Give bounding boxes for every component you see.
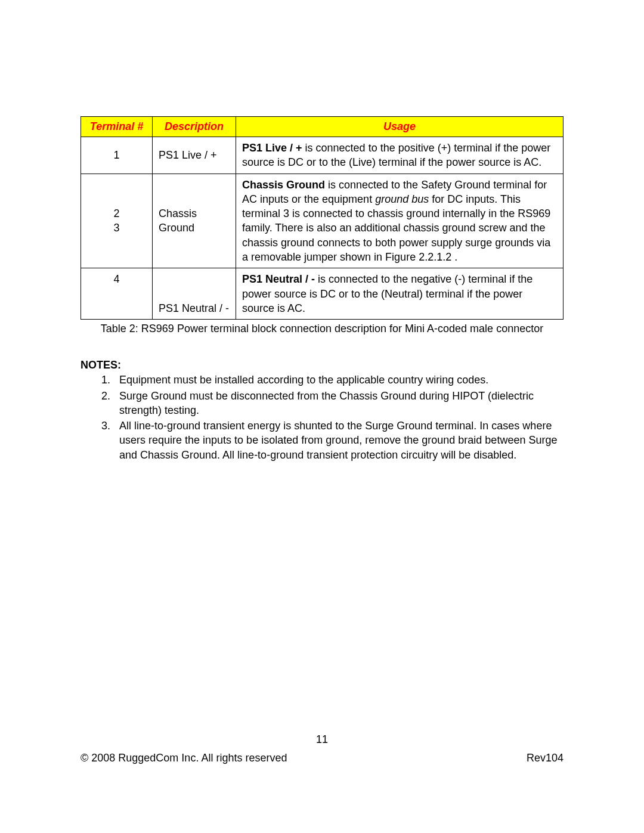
notes-heading: NOTES: [80,359,564,371]
table-row: 1 PS1 Live / + PS1 Live / + is connected… [81,137,564,174]
notes-section: NOTES: 1.Equipment must be installed acc… [80,359,564,462]
list-item: 3.All line-to-ground transient energy is… [101,419,564,462]
page-footer: 11 © 2008 RuggedCom Inc. All rights rese… [0,733,644,764]
table-row: 4 PS1 Neutral / - PS1 Neutral / - is con… [81,268,564,320]
header-usage: Usage [236,117,564,137]
header-terminal: Terminal # [81,117,153,137]
cell-usage: PS1 Neutral / - is connected to the nega… [236,268,564,320]
revision-text: Rev104 [527,752,564,764]
cell-usage: PS1 Live / + is connected to the positiv… [236,137,564,174]
cell-terminal: 1 [81,137,153,174]
list-item: 2.Surge Ground must be disconnected from… [101,389,564,418]
cell-terminal: 23 [81,174,153,268]
copyright-text: © 2008 RuggedCom Inc. All rights reserve… [80,752,287,764]
cell-description: PS1 Live / + [153,137,236,174]
table-caption: Table 2: RS969 Power terminal block conn… [80,323,564,335]
cell-terminal: 4 [81,268,153,320]
list-item: 1.Equipment must be installed according … [101,373,564,387]
cell-usage: Chassis Ground is connected to the Safet… [236,174,564,268]
table-row: 23 ChassisGround Chassis Ground is conne… [81,174,564,268]
page-number: 11 [0,733,644,746]
notes-list: 1.Equipment must be installed according … [80,373,564,462]
cell-description: ChassisGround [153,174,236,268]
header-description: Description [153,117,236,137]
terminal-table: Terminal # Description Usage 1 PS1 Live … [80,116,564,320]
cell-description: PS1 Neutral / - [153,268,236,320]
